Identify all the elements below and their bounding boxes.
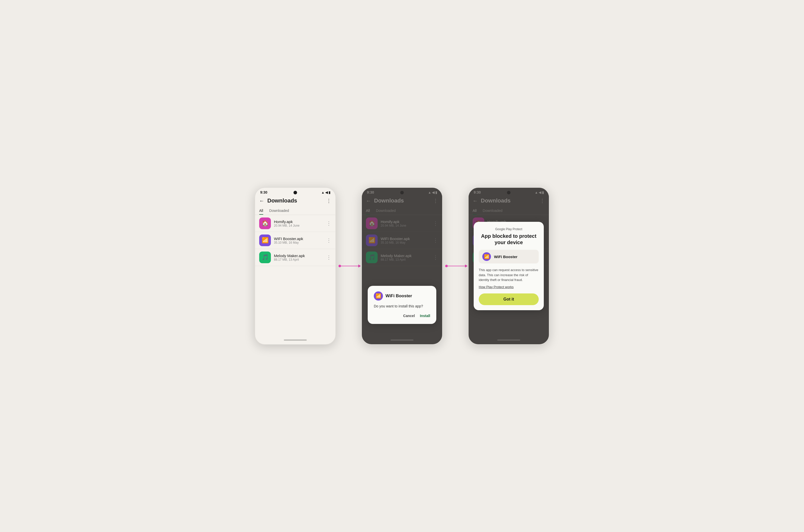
phone-1: 9:30 ▲ ◀ ▮ ← Downloads ⋮ All Downloaded: [255, 187, 336, 345]
file-icon-wifi-1: 📶: [259, 234, 271, 246]
scene: 9:30 ▲ ◀ ▮ ← Downloads ⋮ All Downloaded: [255, 187, 549, 345]
signal-icon-1: ◀: [325, 191, 328, 194]
more-menu-1[interactable]: ⋮: [326, 198, 331, 204]
arrow-line-2: [445, 266, 466, 266]
dialog-question: Do you want to install this app?: [374, 304, 430, 308]
protect-dialog-overlay: Google Play Protect App blocked to prote…: [469, 188, 549, 344]
file-list-1: 🏠 Homify.apk 20.94 MB, 14 June ⋮ 📶 WIFI …: [255, 215, 335, 337]
file-icon-homify-1: 🏠: [259, 217, 271, 229]
got-it-button[interactable]: Got it: [479, 293, 539, 305]
arrow-1: [336, 266, 361, 266]
wifi-icon-1: ▲: [321, 191, 324, 194]
phone-2: 9:30 ▲ ◀ ▮ ← Downloads ⋮ All Downloaded: [361, 187, 443, 345]
file-info-wifi-1: WIFI Booster.apk 35.10 MB, 16 May: [274, 236, 323, 244]
protect-app-name: WiFi Booster: [494, 254, 517, 259]
protect-app-icon: 📶: [482, 252, 491, 261]
file-name-melody-1: Melody Maker.apk: [274, 253, 323, 258]
dialog-header: 📶 WiFi Booster: [374, 291, 430, 301]
home-bar-1: [284, 339, 307, 341]
status-icons-1: ▲ ◀ ▮: [321, 191, 330, 194]
file-item-wifi-1: 📶 WIFI Booster.apk 35.10 MB, 16 May ⋮: [255, 232, 335, 249]
cancel-button[interactable]: Cancel: [403, 313, 415, 319]
dialog-app-icon: 📶: [374, 291, 383, 301]
file-meta-homify-1: 20.94 MB, 14 June: [274, 224, 323, 227]
file-info-melody-1: Melody Maker.apk 88.17 MB, 13 April: [274, 253, 323, 262]
file-item-homify-1: 🏠 Homify.apk 20.94 MB, 14 June ⋮: [255, 215, 335, 232]
arrow-line-1: [338, 266, 359, 266]
page-title-1: Downloads: [267, 197, 323, 204]
file-more-wifi-1[interactable]: ⋮: [326, 237, 331, 243]
file-meta-wifi-1: 35.10 MB, 16 May: [274, 241, 323, 244]
file-info-homify-1: Homify.apk 20.94 MB, 14 June: [274, 220, 323, 227]
install-dialog: 📶 WiFi Booster Do you want to install th…: [368, 286, 436, 324]
file-name-wifi-1: WIFI Booster.apk: [274, 236, 323, 241]
protect-title-large: App blocked to protect your device: [479, 233, 539, 246]
install-dialog-overlay: 📶 WiFi Booster Do you want to install th…: [362, 188, 442, 344]
dialog-actions: Cancel Install: [374, 313, 430, 319]
status-time-1: 9:30: [260, 190, 267, 194]
app-bar-1: ← Downloads ⋮: [255, 195, 335, 206]
tab-downloaded-1[interactable]: Downloaded: [269, 206, 289, 215]
phone-3: 9:30 ▲ ◀ ▮ ← Downloads ⋮ All Downloaded: [468, 187, 549, 345]
back-button-1[interactable]: ←: [259, 198, 264, 204]
install-button[interactable]: Install: [420, 313, 430, 319]
protect-title-small: Google Play Protect: [479, 227, 539, 231]
protect-description: This app can request access to sensitive…: [479, 267, 539, 283]
tabs-1: All Downloaded: [255, 206, 335, 215]
file-icon-melody-1: 🎵: [259, 251, 271, 263]
camera-dot-1: [294, 191, 297, 194]
file-name-homify-1: Homify.apk: [274, 220, 323, 224]
file-item-melody-1: 🎵 Melody Maker.apk 88.17 MB, 13 April ⋮: [255, 249, 335, 266]
file-more-melody-1[interactable]: ⋮: [326, 254, 331, 261]
protect-app-row: 📶 WiFi Booster: [479, 250, 539, 264]
battery-icon-1: ▮: [329, 191, 330, 194]
protect-dialog: Google Play Protect App blocked to prote…: [474, 222, 544, 310]
tab-all-1[interactable]: All: [259, 206, 263, 215]
arrow-2: [443, 266, 468, 266]
dialog-app-name: WiFi Booster: [386, 293, 412, 299]
file-more-homify-1[interactable]: ⋮: [326, 220, 331, 226]
how-play-protect-works-link[interactable]: How Play Protect works: [479, 285, 539, 289]
home-indicator-1: [255, 337, 335, 344]
file-meta-melody-1: 88.17 MB, 13 April: [274, 258, 323, 262]
status-bar-1: 9:30 ▲ ◀ ▮: [255, 188, 335, 195]
